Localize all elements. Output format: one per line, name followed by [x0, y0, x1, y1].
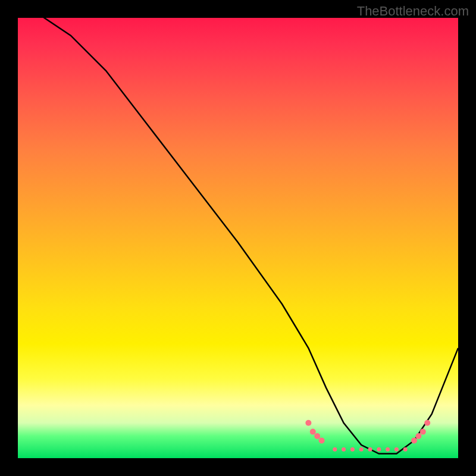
- chart-plot: [18, 18, 458, 458]
- svg-point-13: [411, 437, 417, 443]
- chart-svg: [18, 18, 458, 458]
- svg-point-0: [305, 420, 311, 426]
- svg-point-16: [424, 420, 430, 426]
- svg-point-14: [415, 433, 421, 439]
- svg-point-5: [342, 447, 346, 452]
- svg-point-4: [333, 447, 337, 452]
- svg-point-8: [368, 447, 372, 452]
- svg-point-7: [359, 447, 364, 452]
- svg-point-9: [377, 447, 381, 452]
- svg-point-15: [420, 429, 426, 435]
- marker-dots: [305, 420, 430, 452]
- svg-point-6: [350, 447, 355, 452]
- svg-point-3: [319, 437, 325, 443]
- svg-point-10: [386, 447, 390, 452]
- svg-point-2: [314, 433, 320, 439]
- svg-point-11: [394, 447, 399, 452]
- svg-point-12: [403, 447, 408, 452]
- watermark-text: TheBottleneck.com: [357, 4, 469, 19]
- svg-point-1: [310, 429, 316, 435]
- curve-line: [18, 18, 458, 454]
